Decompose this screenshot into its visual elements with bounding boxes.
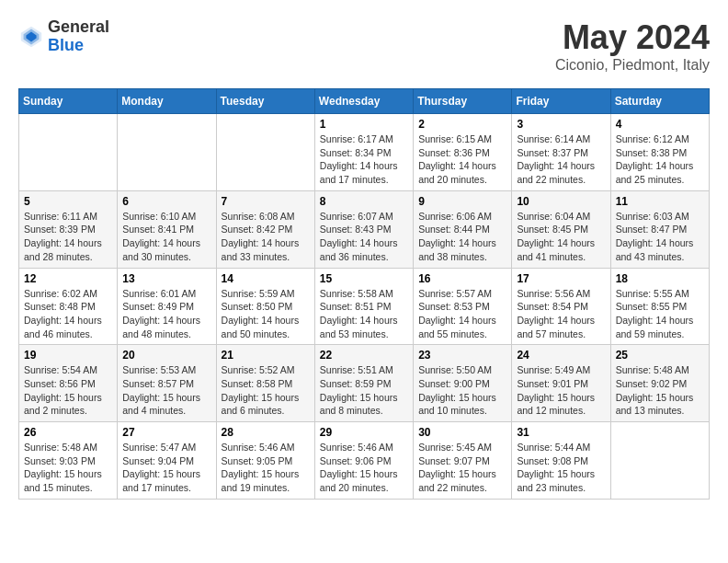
calendar-table: SundayMondayTuesdayWednesdayThursdayFrid… [18, 88, 710, 500]
day-number: 1 [320, 118, 408, 131]
day-info: Sunrise: 6:06 AM Sunset: 8:44 PM Dayligh… [418, 210, 506, 264]
calendar-cell: 6Sunrise: 6:10 AM Sunset: 8:41 PM Daylig… [118, 190, 216, 268]
day-info: Sunrise: 6:08 AM Sunset: 8:42 PM Dayligh… [222, 210, 310, 264]
day-info: Sunrise: 5:50 AM Sunset: 9:00 PM Dayligh… [418, 363, 506, 418]
day-info: Sunrise: 5:47 AM Sunset: 9:04 PM Dayligh… [122, 441, 210, 495]
calendar-cell: 1Sunrise: 6:17 AM Sunset: 8:34 PM Daylig… [314, 114, 413, 191]
calendar-cell [19, 114, 118, 191]
day-number: 9 [418, 195, 506, 208]
logo-blue-text: Blue [48, 37, 109, 55]
day-info: Sunrise: 5:53 AM Sunset: 8:57 PM Dayligh… [122, 363, 210, 418]
weekday-header-friday: Friday [512, 89, 610, 114]
logo-general-text: General [48, 18, 109, 37]
weekday-header-saturday: Saturday [610, 89, 709, 114]
calendar-cell: 4Sunrise: 6:12 AM Sunset: 8:38 PM Daylig… [610, 114, 709, 191]
day-info: Sunrise: 5:52 AM Sunset: 8:58 PM Dayligh… [222, 363, 310, 418]
day-info: Sunrise: 5:44 AM Sunset: 9:08 PM Dayligh… [517, 441, 605, 495]
day-number: 31 [517, 426, 605, 439]
day-number: 22 [320, 349, 408, 362]
calendar-cell: 31Sunrise: 5:44 AM Sunset: 9:08 PM Dayli… [512, 422, 610, 500]
calendar-week-2: 5Sunrise: 6:11 AM Sunset: 8:39 PM Daylig… [19, 190, 710, 268]
day-number: 8 [320, 195, 408, 208]
title-block: May 2024 Ciconio, Piedmont, Italy [555, 18, 710, 74]
month-year-title: May 2024 [555, 18, 710, 57]
weekday-header-row: SundayMondayTuesdayWednesdayThursdayFrid… [19, 89, 710, 114]
calendar-cell: 14Sunrise: 5:59 AM Sunset: 8:50 PM Dayli… [216, 268, 314, 345]
calendar-week-4: 19Sunrise: 5:54 AM Sunset: 8:56 PM Dayli… [19, 345, 710, 422]
weekday-header-sunday: Sunday [19, 89, 118, 114]
day-number: 26 [24, 426, 112, 439]
day-number: 14 [222, 272, 310, 285]
day-info: Sunrise: 6:11 AM Sunset: 8:39 PM Dayligh… [24, 210, 112, 264]
calendar-cell [118, 114, 216, 191]
day-info: Sunrise: 5:45 AM Sunset: 9:07 PM Dayligh… [418, 441, 506, 495]
day-number: 11 [616, 195, 704, 208]
day-number: 7 [222, 195, 310, 208]
calendar-cell: 12Sunrise: 6:02 AM Sunset: 8:48 PM Dayli… [19, 268, 118, 345]
day-number: 27 [122, 426, 210, 439]
day-number: 4 [616, 118, 704, 131]
calendar-week-3: 12Sunrise: 6:02 AM Sunset: 8:48 PM Dayli… [19, 268, 710, 345]
day-number: 21 [222, 349, 310, 362]
logo-text: General Blue [48, 18, 109, 55]
logo-icon [18, 24, 44, 50]
day-number: 5 [24, 195, 112, 208]
calendar-cell: 21Sunrise: 5:52 AM Sunset: 8:58 PM Dayli… [216, 345, 314, 422]
day-number: 23 [418, 349, 506, 362]
calendar-cell: 25Sunrise: 5:48 AM Sunset: 9:02 PM Dayli… [610, 345, 709, 422]
calendar-cell: 20Sunrise: 5:53 AM Sunset: 8:57 PM Dayli… [118, 345, 216, 422]
day-info: Sunrise: 6:03 AM Sunset: 8:47 PM Dayligh… [616, 210, 704, 264]
day-info: Sunrise: 6:07 AM Sunset: 8:43 PM Dayligh… [320, 210, 408, 264]
day-number: 15 [320, 272, 408, 285]
day-number: 10 [517, 195, 605, 208]
calendar-cell: 5Sunrise: 6:11 AM Sunset: 8:39 PM Daylig… [19, 190, 118, 268]
day-number: 30 [418, 426, 506, 439]
day-info: Sunrise: 5:55 AM Sunset: 8:55 PM Dayligh… [616, 287, 704, 341]
day-info: Sunrise: 5:57 AM Sunset: 8:53 PM Dayligh… [418, 287, 506, 341]
weekday-header-wednesday: Wednesday [314, 89, 413, 114]
logo: General Blue [18, 18, 109, 55]
day-info: Sunrise: 5:56 AM Sunset: 8:54 PM Dayligh… [517, 287, 605, 341]
day-number: 24 [517, 349, 605, 362]
day-number: 25 [616, 349, 704, 362]
day-number: 17 [517, 272, 605, 285]
day-number: 28 [222, 426, 310, 439]
weekday-header-tuesday: Tuesday [216, 89, 314, 114]
day-number: 6 [122, 195, 210, 208]
calendar-cell: 3Sunrise: 6:14 AM Sunset: 8:37 PM Daylig… [512, 114, 610, 191]
calendar-cell: 24Sunrise: 5:49 AM Sunset: 9:01 PM Dayli… [512, 345, 610, 422]
calendar-cell: 30Sunrise: 5:45 AM Sunset: 9:07 PM Dayli… [414, 422, 512, 500]
day-number: 3 [517, 118, 605, 131]
day-number: 12 [24, 272, 112, 285]
day-info: Sunrise: 5:54 AM Sunset: 8:56 PM Dayligh… [24, 363, 112, 418]
calendar-week-1: 1Sunrise: 6:17 AM Sunset: 8:34 PM Daylig… [19, 114, 710, 191]
weekday-header-monday: Monday [118, 89, 216, 114]
day-number: 18 [616, 272, 704, 285]
calendar-cell: 17Sunrise: 5:56 AM Sunset: 8:54 PM Dayli… [512, 268, 610, 345]
day-number: 2 [418, 118, 506, 131]
calendar-cell: 8Sunrise: 6:07 AM Sunset: 8:43 PM Daylig… [314, 190, 413, 268]
calendar-cell [216, 114, 314, 191]
calendar-cell: 23Sunrise: 5:50 AM Sunset: 9:00 PM Dayli… [414, 345, 512, 422]
day-info: Sunrise: 5:58 AM Sunset: 8:51 PM Dayligh… [320, 287, 408, 341]
day-info: Sunrise: 6:04 AM Sunset: 8:45 PM Dayligh… [517, 210, 605, 264]
day-info: Sunrise: 6:14 AM Sunset: 8:37 PM Dayligh… [517, 132, 605, 187]
day-info: Sunrise: 6:10 AM Sunset: 8:41 PM Dayligh… [122, 210, 210, 264]
calendar-cell: 7Sunrise: 6:08 AM Sunset: 8:42 PM Daylig… [216, 190, 314, 268]
calendar-cell: 18Sunrise: 5:55 AM Sunset: 8:55 PM Dayli… [610, 268, 709, 345]
weekday-header-thursday: Thursday [414, 89, 512, 114]
day-number: 13 [122, 272, 210, 285]
day-info: Sunrise: 5:46 AM Sunset: 9:06 PM Dayligh… [320, 441, 408, 495]
calendar-week-5: 26Sunrise: 5:48 AM Sunset: 9:03 PM Dayli… [19, 422, 710, 500]
calendar-cell: 16Sunrise: 5:57 AM Sunset: 8:53 PM Dayli… [414, 268, 512, 345]
calendar-cell: 27Sunrise: 5:47 AM Sunset: 9:04 PM Dayli… [118, 422, 216, 500]
day-info: Sunrise: 5:46 AM Sunset: 9:05 PM Dayligh… [222, 441, 310, 495]
page-header: General Blue May 2024 Ciconio, Piedmont,… [18, 18, 710, 74]
calendar-cell: 13Sunrise: 6:01 AM Sunset: 8:49 PM Dayli… [118, 268, 216, 345]
calendar-cell: 10Sunrise: 6:04 AM Sunset: 8:45 PM Dayli… [512, 190, 610, 268]
calendar-cell: 2Sunrise: 6:15 AM Sunset: 8:36 PM Daylig… [414, 114, 512, 191]
calendar-cell: 15Sunrise: 5:58 AM Sunset: 8:51 PM Dayli… [314, 268, 413, 345]
day-info: Sunrise: 6:12 AM Sunset: 8:38 PM Dayligh… [616, 132, 704, 187]
day-info: Sunrise: 5:59 AM Sunset: 8:50 PM Dayligh… [222, 287, 310, 341]
calendar-cell: 26Sunrise: 5:48 AM Sunset: 9:03 PM Dayli… [19, 422, 118, 500]
